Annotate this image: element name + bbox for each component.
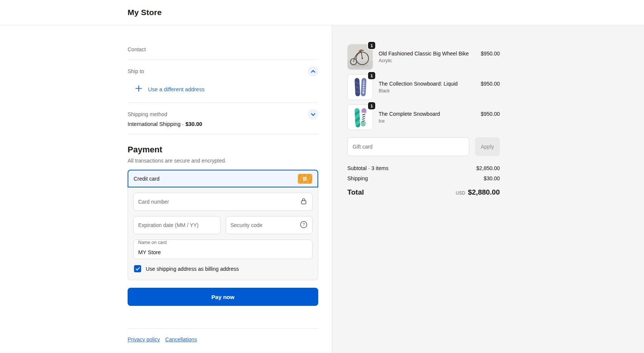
plus-icon [135, 85, 142, 94]
credit-card-form: ? Name on card [128, 187, 318, 280]
shipping-value: $30.00 [484, 175, 500, 181]
chevron-down-icon [311, 112, 316, 117]
shipping-method-section-header: Shipping method [128, 103, 318, 120]
product-name: Old Fashioned Classic Big Wheel Bike [379, 51, 469, 57]
name-on-card-input[interactable] [138, 246, 308, 259]
shipping-label: Shipping [347, 175, 368, 181]
product-variant: Acrylic [379, 58, 500, 63]
selected-shipping-method: International Shipping · $30.00 [128, 121, 318, 134]
header: My Store [0, 0, 644, 25]
cart-item: 1 The Collection Snowboard: Liquid $950.… [347, 74, 500, 100]
payment-method-box: Credit card B [128, 170, 318, 280]
store-name: My Store [128, 8, 162, 17]
cart-item: 1 The Complete Snowboard $950.00 Ice [347, 104, 500, 130]
main: Contact Ship to Use a different address [0, 25, 644, 353]
bogus-gateway-icon: B [298, 174, 312, 184]
product-info: Old Fashioned Classic Big Wheel Bike $95… [379, 51, 500, 63]
subtotal-label: Subtotal · 3 items [347, 165, 388, 171]
check-icon [136, 266, 140, 272]
privacy-policy-link[interactable]: Privacy policy [128, 336, 160, 342]
quantity-badge: 1 [367, 41, 376, 50]
product-variant: Ice [379, 118, 500, 124]
shipping-method-name: International Shipping · [128, 121, 184, 127]
security-code-input[interactable] [231, 222, 300, 228]
total-label: Total [347, 188, 364, 196]
security-code-field: ? [226, 216, 313, 234]
subtotal-row: Subtotal · 3 items $2,850.00 [347, 165, 500, 171]
shipping-method-price: $30.00 [185, 121, 202, 127]
name-on-card-field: Name on card [133, 239, 313, 259]
gift-card-row: Apply [347, 137, 500, 156]
billing-address-checkbox-row[interactable]: Use shipping address as billing address [134, 265, 313, 272]
billing-address-checkbox-label: Use shipping address as billing address [146, 266, 239, 272]
svg-text:?: ? [302, 222, 305, 227]
help-circle-icon[interactable]: ? [300, 221, 308, 230]
product-price: $950.00 [481, 51, 500, 57]
gift-card-input[interactable] [353, 144, 464, 150]
card-number-field [133, 193, 313, 211]
grand-total-row: Total USD $2,880.00 [347, 188, 500, 196]
billing-address-checkbox[interactable] [134, 265, 141, 272]
product-thumbnail: 1 [347, 104, 373, 130]
product-name: The Complete Snowboard [379, 111, 440, 117]
payment-method-credit-card-option[interactable]: Credit card B [128, 170, 318, 187]
total-value: $2,880.00 [468, 188, 500, 196]
product-info: The Collection Snowboard: Liquid $950.00… [379, 81, 500, 94]
name-on-card-label: Name on card [138, 240, 308, 245]
product-thumbnail: 1 [347, 44, 373, 70]
pay-now-button[interactable]: Pay now [128, 288, 318, 306]
checkout-footer: Privacy policy Cancellations [128, 328, 318, 342]
ship-to-label: Ship to [128, 68, 144, 74]
product-info: The Complete Snowboard $950.00 Ice [379, 111, 500, 124]
quantity-badge: 1 [367, 101, 376, 110]
ship-to-section-header: Ship to [128, 60, 318, 77]
product-price: $950.00 [481, 81, 500, 87]
apply-gift-card-button[interactable]: Apply [475, 137, 500, 156]
divider [128, 134, 318, 134]
chevron-up-icon [311, 69, 316, 74]
product-price: $950.00 [481, 111, 500, 117]
use-different-address-label: Use a different address [148, 86, 205, 92]
payment-section-subtitle: All transactions are secure and encrypte… [128, 158, 318, 164]
product-thumbnail: 1 [347, 74, 373, 100]
product-variant: Black [379, 88, 500, 94]
gift-card-field [347, 137, 469, 156]
subtotal-value: $2,850.00 [476, 165, 500, 171]
shipping-method-label: Shipping method [128, 111, 167, 117]
quantity-badge: 1 [367, 71, 376, 80]
contact-section-label: Contact [128, 46, 318, 52]
payment-section-title: Payment [128, 145, 318, 155]
expiration-date-input[interactable] [138, 222, 216, 228]
totals-section: Subtotal · 3 items $2,850.00 Shipping $3… [347, 165, 500, 196]
cancellations-link[interactable]: Cancellations [165, 336, 197, 342]
checkout-page: My Store Contact Ship to [0, 0, 644, 353]
cart-item: 1 Old Fashioned Classic Big Wheel Bike $… [347, 44, 500, 70]
currency-code: USD [456, 190, 465, 196]
card-number-input[interactable] [138, 199, 300, 205]
credit-card-option-label: Credit card [134, 176, 159, 182]
shipping-row: Shipping $30.00 [347, 175, 500, 181]
use-different-address-link[interactable]: Use a different address [135, 85, 318, 94]
ship-to-collapse-button[interactable] [308, 66, 318, 77]
order-summary-pane: 1 Old Fashioned Classic Big Wheel Bike $… [332, 25, 644, 353]
shipping-method-expand-button[interactable] [308, 109, 318, 120]
product-name: The Collection Snowboard: Liquid [379, 81, 458, 87]
expiration-date-field [133, 216, 220, 234]
lock-icon [300, 197, 308, 207]
checkout-form-pane: Contact Ship to Use a different address [0, 25, 332, 353]
